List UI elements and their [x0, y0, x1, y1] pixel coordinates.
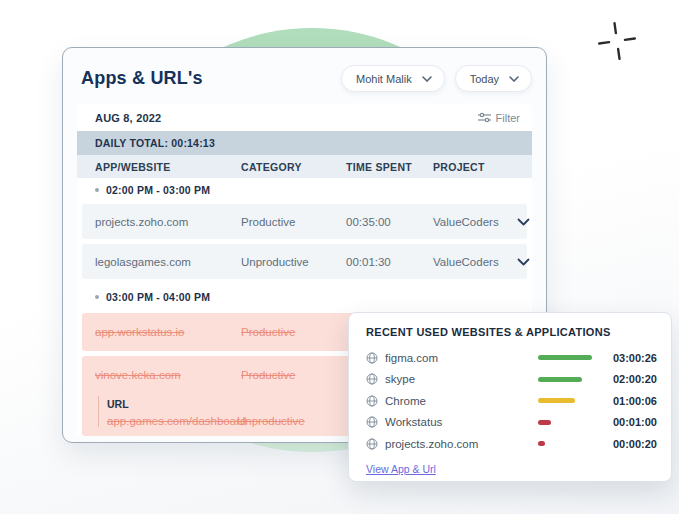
panel-app-name: Chrome	[366, 395, 426, 407]
date-range-value: Today	[470, 73, 499, 85]
app-cell: app.workstatus.io	[95, 326, 241, 338]
column-header-project: PROJECT	[433, 161, 517, 173]
app-cell: projects.zoho.com	[95, 216, 241, 228]
header-controls: Mohit Malik Today	[341, 65, 532, 92]
time-group-label: 02:00 PM - 03:00 PM	[106, 184, 210, 196]
usage-time: 01:00:06	[613, 395, 657, 407]
table-header-row: APP/WEBSITE CATEGORY TIME SPENT PROJECT	[77, 155, 532, 178]
expand-row-button[interactable]	[517, 258, 530, 266]
globe-icon	[366, 352, 378, 364]
time-spent-cell: 00:01:30	[346, 256, 433, 268]
panel-app-label: Chrome	[385, 395, 426, 407]
panel-app-name: Workstatus	[366, 416, 442, 428]
date-row: AUG 8, 2022 Filter	[77, 104, 532, 131]
chevron-down-icon	[509, 76, 519, 82]
page-title: Apps & URL's	[81, 68, 203, 89]
table-row: legolasgames.com Unproductive 00:01:30 V…	[82, 244, 527, 279]
time-group-label: 03:00 PM - 04:00 PM	[106, 291, 210, 303]
panel-row: projects.zoho.com 00:00:20	[366, 433, 657, 455]
chevron-down-icon	[517, 218, 530, 226]
column-header-app: APP/WEBSITE	[95, 161, 241, 173]
filter-sliders-icon	[478, 112, 491, 123]
category-cell: Productive	[241, 216, 346, 228]
panel-app-label: Workstatus	[385, 416, 442, 428]
filter-button[interactable]: Filter	[478, 112, 520, 124]
usage-bar	[538, 420, 551, 425]
expand-row-button[interactable]	[517, 218, 530, 226]
globe-icon	[366, 438, 378, 450]
crosshair-decoration	[593, 17, 640, 64]
panel-app-name: skype	[366, 373, 415, 385]
panel-row: Chrome 01:00:06	[366, 390, 657, 412]
recent-used-panel: RECENT USED WEBSITES & APPLICATIONS figm…	[348, 312, 672, 482]
category-cell: Unproductive	[241, 256, 346, 268]
bullet-dot-icon	[95, 188, 99, 192]
column-header-category: CATEGORY	[241, 161, 346, 173]
column-header-time: TIME SPENT	[346, 161, 433, 173]
usage-bar	[538, 398, 575, 403]
date-range-dropdown[interactable]: Today	[455, 65, 532, 92]
bullet-dot-icon	[95, 295, 99, 299]
panel-row: skype 02:00:20	[366, 369, 657, 391]
date-label: AUG 8, 2022	[95, 112, 161, 124]
time-group-header: 03:00 PM - 04:00 PM	[77, 284, 532, 310]
usage-bar	[538, 441, 545, 446]
panel-app-label: skype	[385, 373, 415, 385]
project-cell: ValueCoders	[433, 216, 517, 228]
chevron-down-icon	[517, 258, 530, 266]
panel-app-label: figma.com	[385, 352, 438, 364]
user-dropdown-value: Mohit Malik	[356, 73, 412, 85]
usage-time: 00:00:20	[613, 438, 657, 450]
usage-time: 00:01:00	[613, 416, 657, 428]
project-cell: ValueCoders	[433, 256, 517, 268]
usage-bar	[538, 377, 582, 382]
time-group-header: 02:00 PM - 03:00 PM	[77, 178, 532, 201]
category-cell: Productive	[241, 326, 346, 338]
usage-bar	[538, 355, 592, 360]
app-cell: legolasgames.com	[95, 256, 241, 268]
daily-total-label: DAILY TOTAL: 00:14:13	[95, 137, 215, 149]
daily-total-row: DAILY TOTAL: 00:14:13	[77, 131, 532, 155]
panel-title: RECENT USED WEBSITES & APPLICATIONS	[366, 326, 657, 338]
usage-time: 03:00:26	[613, 352, 657, 364]
globe-icon	[366, 416, 378, 428]
usage-time: 02:00:20	[613, 373, 657, 385]
table-row: projects.zoho.com Productive 00:35:00 Va…	[82, 204, 527, 239]
filter-label: Filter	[496, 112, 520, 124]
card-header: Apps & URL's Mohit Malik Today	[63, 48, 546, 104]
user-dropdown[interactable]: Mohit Malik	[341, 65, 445, 92]
panel-app-label: projects.zoho.com	[385, 438, 478, 450]
time-spent-cell: 00:35:00	[346, 216, 433, 228]
category-cell: Productive	[241, 369, 346, 381]
panel-row: figma.com 03:00:26	[366, 347, 657, 369]
app-cell: vinove.keka.com	[95, 369, 241, 381]
panel-row: Workstatus 00:01:00	[366, 412, 657, 434]
globe-icon	[366, 373, 378, 385]
globe-icon	[366, 395, 378, 407]
url-category-cell: Unproductive	[237, 415, 342, 427]
chevron-down-icon	[422, 76, 432, 82]
view-app-url-link[interactable]: View App & Url	[366, 463, 436, 475]
panel-app-name: projects.zoho.com	[366, 438, 478, 450]
panel-app-name: figma.com	[366, 352, 438, 364]
url-cell: app.games.com/dashboard	[107, 415, 237, 427]
